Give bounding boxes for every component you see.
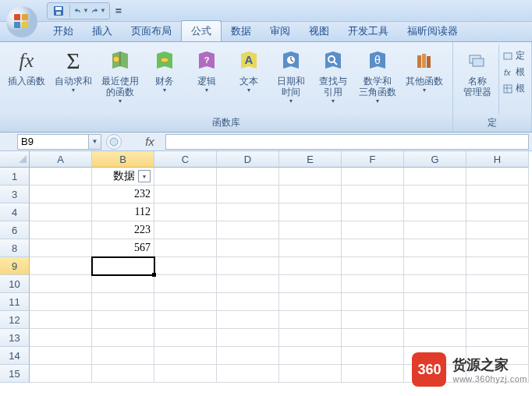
cell-A13[interactable] bbox=[30, 329, 92, 347]
cell-D6[interactable] bbox=[217, 221, 279, 239]
define-name-item[interactable]: 定 bbox=[502, 48, 525, 64]
cell-F14[interactable] bbox=[342, 347, 404, 365]
row-header-3[interactable]: 3 bbox=[0, 186, 30, 203]
tab-insert[interactable]: 插入 bbox=[83, 21, 122, 41]
create-from-selection-item[interactable]: 根 bbox=[502, 80, 525, 97]
cell-G6[interactable] bbox=[404, 221, 466, 239]
name-box-dropdown[interactable]: ▼ bbox=[88, 135, 101, 149]
row-header-14[interactable]: 14 bbox=[0, 347, 30, 365]
cell-C11[interactable] bbox=[154, 293, 217, 311]
cell-E1[interactable] bbox=[279, 168, 342, 186]
cell-B4[interactable]: 112 bbox=[92, 203, 154, 221]
tab-foxit[interactable]: 福昕阅读器 bbox=[398, 21, 467, 41]
cell-E14[interactable] bbox=[279, 347, 342, 365]
undo-button[interactable]: ▼ bbox=[73, 4, 89, 18]
cell-D12[interactable] bbox=[217, 311, 279, 329]
cell-E4[interactable] bbox=[279, 203, 342, 221]
cell-B1[interactable]: 数据▾ bbox=[92, 168, 154, 186]
column-header-B[interactable]: B bbox=[92, 151, 154, 168]
cell-E8[interactable] bbox=[279, 239, 342, 257]
cell-H8[interactable] bbox=[466, 239, 529, 257]
cell-E11[interactable] bbox=[279, 293, 342, 311]
cell-F3[interactable] bbox=[342, 186, 404, 203]
row-header-10[interactable]: 10 bbox=[0, 275, 30, 293]
cell-A4[interactable] bbox=[30, 203, 92, 221]
column-header-E[interactable]: E bbox=[279, 151, 342, 168]
column-header-F[interactable]: F bbox=[342, 151, 404, 168]
cell-D4[interactable] bbox=[217, 203, 279, 221]
save-button[interactable] bbox=[51, 4, 66, 18]
cell-F8[interactable] bbox=[342, 239, 404, 257]
financial-button[interactable]: 财务▾ bbox=[144, 44, 186, 115]
cell-F9[interactable] bbox=[342, 257, 404, 275]
cell-C4[interactable] bbox=[154, 203, 217, 221]
filter-icon[interactable]: ▾ bbox=[138, 170, 151, 182]
cell-F6[interactable] bbox=[342, 221, 404, 239]
cell-G12[interactable] bbox=[404, 311, 466, 329]
cell-B12[interactable] bbox=[92, 311, 154, 329]
cell-H3[interactable] bbox=[466, 186, 529, 203]
cell-F4[interactable] bbox=[342, 203, 404, 221]
cell-F15[interactable] bbox=[342, 365, 404, 383]
cell-G8[interactable] bbox=[404, 239, 466, 257]
cell-G13[interactable] bbox=[404, 329, 466, 347]
cell-H9[interactable] bbox=[466, 257, 529, 275]
cell-B10[interactable] bbox=[92, 275, 154, 293]
tab-home[interactable]: 开始 bbox=[44, 21, 83, 41]
column-header-D[interactable]: D bbox=[217, 151, 279, 168]
cell-E3[interactable] bbox=[279, 186, 342, 203]
cell-D8[interactable] bbox=[217, 239, 279, 257]
cell-B3[interactable]: 232 bbox=[92, 186, 154, 203]
cell-H12[interactable] bbox=[466, 311, 529, 329]
name-box[interactable]: B9 ▼ bbox=[17, 134, 101, 150]
insert-function-button[interactable]: fx 插入函数 bbox=[3, 44, 50, 115]
cell-G9[interactable] bbox=[404, 257, 466, 275]
autosum-button[interactable]: Σ 自动求和▾ bbox=[50, 44, 97, 115]
row-header-12[interactable]: 12 bbox=[0, 311, 30, 329]
cell-C13[interactable] bbox=[154, 329, 217, 347]
cell-B6[interactable]: 223 bbox=[92, 221, 154, 239]
cell-B13[interactable] bbox=[92, 329, 154, 347]
cell-C6[interactable] bbox=[154, 221, 217, 239]
tab-layout[interactable]: 页面布局 bbox=[122, 21, 181, 41]
cell-A12[interactable] bbox=[30, 311, 92, 329]
cell-F1[interactable] bbox=[342, 168, 404, 186]
cell-A11[interactable] bbox=[30, 293, 92, 311]
cell-E9[interactable] bbox=[279, 257, 342, 275]
cell-A6[interactable] bbox=[30, 221, 92, 239]
column-header-C[interactable]: C bbox=[154, 151, 217, 168]
cell-C10[interactable] bbox=[154, 275, 217, 293]
cell-A3[interactable] bbox=[30, 186, 92, 203]
cell-E12[interactable] bbox=[279, 311, 342, 329]
cell-C3[interactable] bbox=[154, 186, 217, 203]
cell-B11[interactable] bbox=[92, 293, 154, 311]
cell-D11[interactable] bbox=[217, 293, 279, 311]
cell-D1[interactable] bbox=[217, 168, 279, 186]
redo-button[interactable]: ▼ bbox=[90, 4, 106, 18]
row-header-8[interactable]: 8 bbox=[0, 239, 30, 257]
lookup-button[interactable]: 查找与 引用▾ bbox=[312, 44, 354, 115]
cell-G4[interactable] bbox=[404, 203, 466, 221]
cell-D3[interactable] bbox=[217, 186, 279, 203]
formula-input[interactable] bbox=[165, 134, 529, 150]
office-button[interactable] bbox=[5, 5, 39, 39]
tab-data[interactable]: 数据 bbox=[222, 21, 261, 41]
row-header-9[interactable]: 9 bbox=[0, 257, 30, 275]
row-header-11[interactable]: 11 bbox=[0, 293, 30, 311]
datetime-button[interactable]: 日期和 时间▾ bbox=[270, 44, 312, 115]
row-header-15[interactable]: 15 bbox=[0, 365, 30, 383]
cell-G11[interactable] bbox=[404, 293, 466, 311]
cell-D10[interactable] bbox=[217, 275, 279, 293]
fx-button[interactable]: fx bbox=[137, 135, 162, 148]
row-header-1[interactable]: 1 bbox=[0, 168, 30, 186]
cell-C1[interactable] bbox=[154, 168, 217, 186]
use-in-formula-item[interactable]: fx根 bbox=[502, 64, 525, 80]
cell-H10[interactable] bbox=[466, 275, 529, 293]
cell-C8[interactable] bbox=[154, 239, 217, 257]
cell-F13[interactable] bbox=[342, 329, 404, 347]
other-functions-button[interactable]: 其他函数▾ bbox=[401, 44, 448, 115]
cell-A15[interactable] bbox=[30, 365, 92, 383]
cell-F10[interactable] bbox=[342, 275, 404, 293]
column-header-G[interactable]: G bbox=[404, 151, 466, 168]
cell-A8[interactable] bbox=[30, 239, 92, 257]
